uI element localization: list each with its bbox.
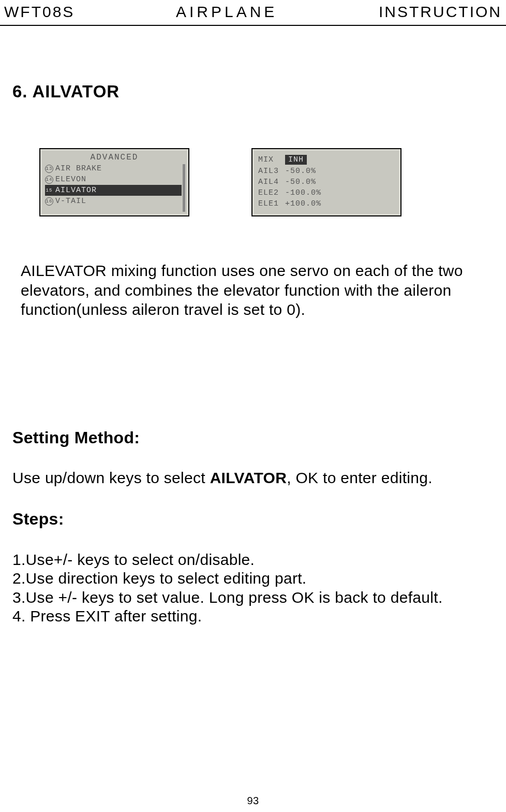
lcd-value-row: AIL4-50.0% (254, 177, 399, 187)
lcd-value-label: AIL4 (258, 178, 285, 186)
lcd-value-row: ELE1+100.0% (254, 198, 399, 209)
header-doc-type: INSTRUCTION (379, 3, 502, 21)
lcd-menu-inner: ADVANCED 13AIR BRAKE14ELEVON15AILVATOR16… (42, 151, 187, 214)
lcd-values-inner: MIXINHAIL3-50.0%AIL4-50.0%ELE2-100.0%ELE… (254, 151, 399, 214)
menu-number-icon: 16 (45, 197, 53, 206)
lcd-value-label: AIL3 (258, 167, 285, 176)
step-line: 1.Use+/- keys to select on/disable. (12, 550, 494, 570)
lcd-screens-row: ADVANCED 13AIR BRAKE14ELEVON15AILVATOR16… (12, 148, 494, 216)
lcd-menu-item: 16V-TAIL (42, 196, 187, 207)
lcd-value-row: MIXINH (254, 154, 399, 166)
lcd-value: +100.0% (285, 199, 395, 208)
step-line: 4. Press EXIT after setting. (12, 607, 494, 626)
header-model: WFT08S (4, 3, 75, 21)
setting-line-bold: AILVATOR (210, 469, 287, 486)
lcd-value-label: MIX (258, 155, 285, 164)
setting-method-line: Use up/down keys to select AILVATOR, OK … (12, 469, 494, 487)
lcd-scrollbar (183, 164, 185, 212)
lcd-value: -50.0% (285, 167, 395, 176)
setting-method-heading: Setting Method: (12, 428, 494, 447)
steps-heading: Steps: (12, 510, 494, 529)
lcd-value-label: ELE2 (258, 189, 285, 197)
menu-item-label: V-TAIL (55, 197, 86, 206)
lcd-menu-item: 13AIR BRAKE (42, 163, 187, 174)
lcd-menu-screen: ADVANCED 13AIR BRAKE14ELEVON15AILVATOR16… (39, 148, 189, 216)
menu-item-label: AIR BRAKE (55, 164, 102, 173)
menu-number-icon: 13 (45, 165, 53, 173)
menu-item-label: ELEVON (55, 175, 86, 184)
lcd-value-row: ELE2-100.0% (254, 187, 399, 198)
lcd-value-row: AIL3-50.0% (254, 166, 399, 177)
menu-number-icon: 14 (45, 176, 53, 184)
lcd-value-label: ELE1 (258, 199, 285, 208)
lcd-value-badge: INH (285, 155, 307, 165)
step-line: 3.Use +/- keys to set value. Long press … (12, 588, 494, 607)
page-header: WFT08S AIRPLANE INSTRUCTION (0, 0, 506, 26)
lcd-menu-item: 15AILVATOR (45, 185, 182, 196)
header-category: AIRPLANE (176, 3, 277, 21)
step-line: 2.Use direction keys to select editing p… (12, 569, 494, 588)
setting-line-pre: Use up/down keys to select (12, 469, 210, 486)
menu-item-label: AILVATOR (55, 186, 97, 195)
steps-list: 1.Use+/- keys to select on/disable.2.Use… (12, 550, 494, 626)
setting-line-post: , OK to enter editing. (287, 469, 433, 486)
menu-number-icon: 15 (45, 186, 53, 195)
lcd-values-screen: MIXINHAIL3-50.0%AIL4-50.0%ELE2-100.0%ELE… (251, 148, 401, 216)
lcd-value: -100.0% (285, 189, 395, 197)
lcd-value: INH (285, 155, 395, 165)
lcd-menu-item: 14ELEVON (42, 174, 187, 185)
section-title: 6. AILVATOR (12, 82, 494, 102)
page-number: 93 (247, 795, 259, 807)
lcd-menu-title: ADVANCED (42, 151, 187, 163)
page-content: 6. AILVATOR ADVANCED 13AIR BRAKE14ELEVON… (0, 82, 506, 626)
description-text: AILEVATOR mixing function uses one servo… (21, 261, 494, 320)
lcd-value: -50.0% (285, 178, 395, 186)
